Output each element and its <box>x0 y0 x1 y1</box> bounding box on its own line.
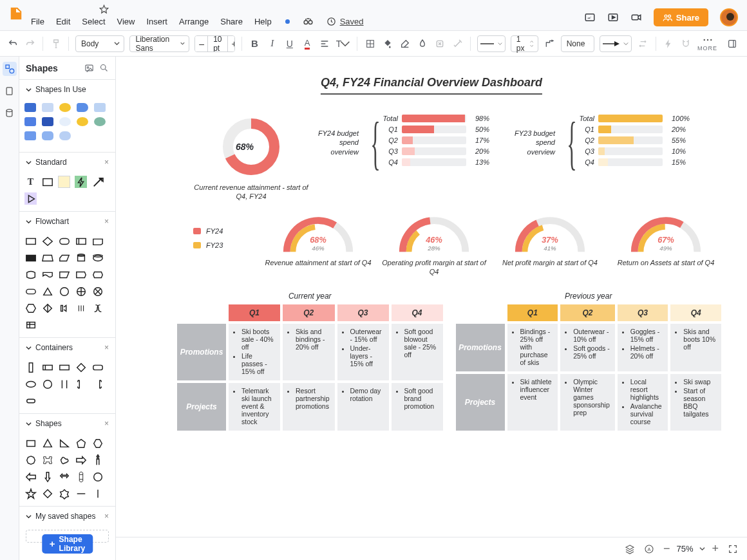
shape[interactable] <box>75 437 87 449</box>
image-icon[interactable] <box>84 63 94 73</box>
shape[interactable] <box>91 487 104 499</box>
shape[interactable] <box>24 437 37 449</box>
shape[interactable] <box>41 487 53 499</box>
shape[interactable] <box>91 361 104 373</box>
font-size-stepper[interactable]: –10 pt+ <box>194 35 235 52</box>
shape[interactable] <box>24 252 37 264</box>
shape[interactable] <box>24 395 37 407</box>
shape-lightning[interactable] <box>75 176 87 188</box>
shape-effects-button[interactable] <box>434 35 446 52</box>
chevron-down-icon[interactable] <box>699 546 705 552</box>
play-icon[interactable] <box>607 13 619 22</box>
shape[interactable] <box>58 378 70 390</box>
font-select[interactable]: Liberation Sans <box>129 35 189 52</box>
shape-rect[interactable] <box>41 176 53 188</box>
text-color-button[interactable]: A <box>301 35 313 52</box>
italic-button[interactable]: I <box>266 35 278 52</box>
font-size-dec[interactable]: – <box>195 36 208 51</box>
menu-insert[interactable]: Insert <box>146 17 167 26</box>
shape-style-button[interactable] <box>417 35 429 52</box>
shape[interactable] <box>58 302 70 314</box>
undo-button[interactable] <box>6 35 19 52</box>
shape[interactable] <box>41 235 53 247</box>
section-shapes[interactable]: Shapes× <box>19 414 115 433</box>
menu-arrange[interactable]: Arrange <box>179 17 209 26</box>
shape[interactable] <box>58 454 70 466</box>
magic-button[interactable] <box>451 35 464 52</box>
shape[interactable] <box>91 378 104 390</box>
shape[interactable] <box>75 235 87 247</box>
canvas[interactable]: Q4, FY24 Financial Overview Dashboard 68… <box>116 57 747 560</box>
menu-file[interactable]: File <box>31 17 44 26</box>
swatch[interactable] <box>94 103 106 112</box>
close-icon[interactable]: × <box>104 512 109 521</box>
search-icon[interactable] <box>99 63 109 73</box>
shape-arrow[interactable] <box>91 176 104 188</box>
shape[interactable] <box>58 252 70 264</box>
menu-edit[interactable]: Edit <box>56 17 70 26</box>
close-icon[interactable]: × <box>104 419 109 428</box>
swatch[interactable] <box>77 117 88 126</box>
zoom-out-button[interactable]: − <box>663 542 670 555</box>
swatch[interactable] <box>24 131 36 140</box>
accessibility-icon[interactable]: A <box>644 544 654 554</box>
shape[interactable] <box>75 471 87 483</box>
binoculars-icon[interactable] <box>303 15 314 26</box>
share-button[interactable]: Share <box>654 8 708 26</box>
shape[interactable] <box>91 454 104 466</box>
arrow-start-select[interactable]: None <box>561 35 594 52</box>
shape[interactable] <box>24 361 37 373</box>
border-color-button[interactable] <box>399 35 411 52</box>
shape[interactable] <box>91 268 104 281</box>
shape[interactable] <box>41 454 53 466</box>
panel-toggle-button[interactable] <box>724 35 741 52</box>
shape[interactable] <box>75 285 87 297</box>
line-style-select[interactable] <box>477 35 506 52</box>
shape-text[interactable]: T <box>24 176 37 188</box>
shape[interactable] <box>75 252 87 264</box>
menu-select[interactable]: Select <box>82 17 105 26</box>
shape[interactable] <box>24 319 37 331</box>
shape[interactable] <box>75 454 87 466</box>
swap-ends-button[interactable] <box>637 35 649 52</box>
zoom-level[interactable]: 75% <box>676 544 693 554</box>
more-button[interactable]: MORE <box>697 35 717 51</box>
fullscreen-icon[interactable] <box>728 544 738 554</box>
shape[interactable] <box>58 285 70 297</box>
close-icon[interactable]: × <box>104 158 109 167</box>
avatar[interactable] <box>720 8 738 26</box>
swatch[interactable] <box>24 117 36 126</box>
swatch[interactable] <box>42 117 53 126</box>
shape[interactable] <box>24 302 37 314</box>
shape[interactable] <box>58 487 70 499</box>
rail-data-icon[interactable] <box>3 106 17 120</box>
shape[interactable] <box>41 285 53 297</box>
menu-share[interactable]: Share <box>220 17 243 26</box>
line-route-button[interactable] <box>544 35 556 52</box>
shape[interactable] <box>24 378 37 390</box>
shape[interactable] <box>24 235 37 247</box>
shape[interactable] <box>91 437 104 449</box>
rail-doc-icon[interactable] <box>3 84 17 98</box>
shape[interactable] <box>91 285 104 297</box>
shape[interactable] <box>41 378 53 390</box>
shape[interactable] <box>75 361 87 373</box>
section-saved-shapes[interactable]: My saved shapes× <box>19 507 115 526</box>
style-select[interactable]: Body <box>75 35 124 52</box>
shape[interactable] <box>58 361 70 373</box>
shape[interactable] <box>41 361 53 373</box>
shape[interactable] <box>58 235 70 247</box>
shape[interactable] <box>41 268 53 281</box>
close-icon[interactable]: × <box>104 343 109 352</box>
camera-icon[interactable] <box>630 13 642 22</box>
shape-library-button[interactable]: +Shape Library <box>42 534 93 554</box>
swatch[interactable] <box>42 131 53 140</box>
swatch[interactable] <box>59 103 71 112</box>
shape[interactable] <box>41 471 53 483</box>
shape[interactable] <box>58 268 70 281</box>
swatch[interactable] <box>77 103 88 112</box>
shape[interactable] <box>91 235 104 247</box>
close-icon[interactable]: × <box>104 217 109 226</box>
bold-button[interactable]: B <box>249 35 261 52</box>
redo-button[interactable] <box>24 35 36 52</box>
